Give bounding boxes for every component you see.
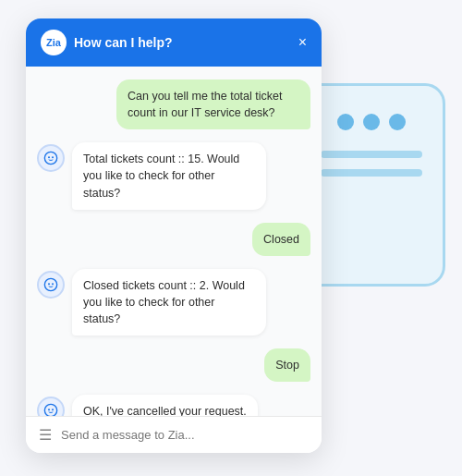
bg-dot-1 <box>337 114 354 130</box>
chat-header-left: Zia How can I help? <box>41 30 173 55</box>
scene: Zia How can I help? × Can you tell me th… <box>0 0 462 476</box>
user-bubble: Can you tell me the total ticket count i… <box>116 79 310 129</box>
message-row: Stop <box>37 348 310 382</box>
bot-bubble: Total tickets count :: 15. Would you lik… <box>72 142 266 209</box>
bg-dots <box>337 114 406 130</box>
bot-avatar <box>37 397 65 416</box>
bot-bubble: OK, I've cancelled your request. <box>72 395 258 416</box>
message-row: OK, I've cancelled your request. <box>37 395 310 416</box>
chat-input[interactable] <box>61 428 309 442</box>
chat-input-area: ☰ <box>26 416 322 453</box>
bg-dot-2 <box>363 114 380 130</box>
bg-line-2 <box>321 169 422 177</box>
svg-point-0 <box>44 153 56 165</box>
bot-avatar <box>37 271 65 299</box>
bot-bubble: Closed tickets count :: 2. Would you lik… <box>72 269 266 336</box>
message-row: Closed <box>37 223 310 256</box>
bot-avatar <box>37 144 65 172</box>
message-row: Can you tell me the total ticket count i… <box>37 79 310 129</box>
zia-bot-icon <box>43 277 58 292</box>
chat-header: Zia How can I help? × <box>26 18 322 67</box>
message-row: Closed tickets count :: 2. Would you lik… <box>37 269 310 336</box>
svg-point-6 <box>44 405 56 416</box>
zia-bot-icon <box>43 151 58 165</box>
svg-point-8 <box>52 409 54 411</box>
chat-title: How can I help? <box>74 35 173 50</box>
bg-line-1 <box>321 151 422 158</box>
zia-logo: Zia <box>41 30 67 55</box>
svg-point-5 <box>52 283 54 285</box>
close-button[interactable]: × <box>298 35 307 50</box>
chat-widget: Zia How can I help? × Can you tell me th… <box>26 18 322 453</box>
svg-point-2 <box>52 157 54 159</box>
svg-point-1 <box>48 157 50 159</box>
user-bubble: Closed <box>252 223 310 256</box>
bg-dot-3 <box>389 114 406 130</box>
svg-point-4 <box>48 283 50 285</box>
message-row: Total tickets count :: 15. Would you lik… <box>37 142 310 209</box>
user-bubble: Stop <box>264 348 310 382</box>
chat-messages: Can you tell me the total ticket count i… <box>26 67 322 416</box>
menu-icon[interactable]: ☰ <box>39 426 52 444</box>
zia-bot-icon <box>43 403 58 416</box>
svg-point-3 <box>44 278 56 290</box>
svg-point-7 <box>48 409 50 411</box>
